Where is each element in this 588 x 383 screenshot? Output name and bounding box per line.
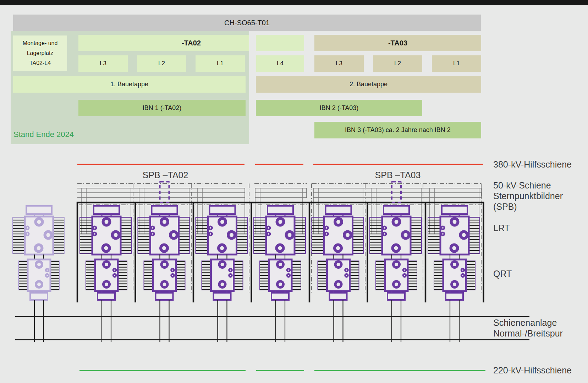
bus-50kv-lines [77, 188, 482, 197]
lrt-label: LRT [493, 223, 510, 233]
transformer-bay-1 [80, 206, 132, 342]
transformer-storage-unit [12, 206, 64, 342]
spb-ta03-dashed-unit [392, 182, 401, 202]
spb-ta02-dashed-unit [160, 182, 169, 202]
transformer-bay-6 [370, 206, 422, 342]
slide: CH-SO65-T01 Montage- und Lagerplatz TA02… [0, 0, 588, 383]
schiene50-label-line1: 50-kV-Schiene [493, 180, 551, 190]
transformer-bay-5 [312, 206, 364, 342]
railway-tracks [15, 317, 529, 340]
transformer-bay-7 [428, 206, 480, 342]
busbar-380kv-label: 380-kV-Hilfsschiene [493, 159, 572, 169]
transformer-bay-4 [254, 206, 306, 342]
schiene50-label-line3: (SPB) [493, 202, 517, 212]
schiene50-label-line2: Sternpunktbildner [493, 191, 563, 201]
transformer-bay-3 [196, 206, 248, 342]
spb-ta03-label: SPB –TA03 [375, 170, 421, 180]
spb-ta02-label: SPB –TA02 [143, 170, 188, 180]
busbar-220kv-label: 220-kV-Hilfsschiene [493, 365, 572, 375]
qrt-label: QRT [493, 269, 512, 279]
transformer-bay-2 [138, 206, 190, 342]
rail-label-line1: Schienenanlage [493, 318, 557, 328]
substation-diagram: SPB –TA02 SPB –TA03 380-kV-Hilfsschiene … [0, 0, 588, 383]
rail-label-line2: Normal-/Breitspur [493, 328, 563, 338]
